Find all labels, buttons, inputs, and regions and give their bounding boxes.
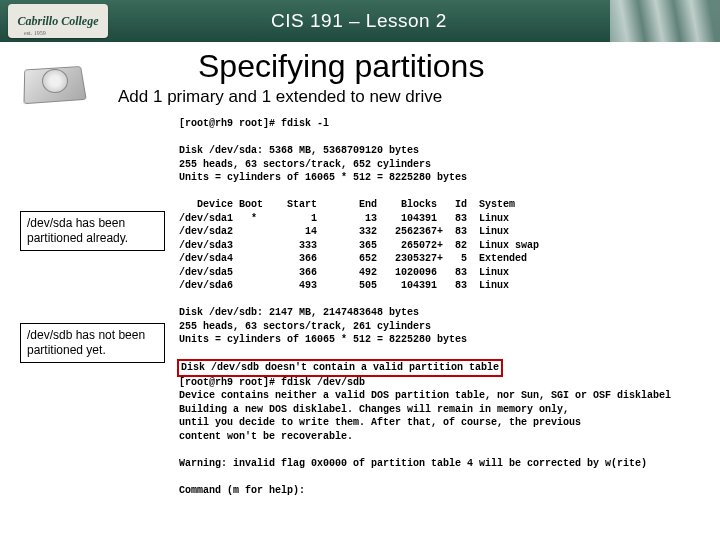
terminal-output: [root@rh9 root]# fdisk -l Disk /dev/sda:… [165, 117, 700, 497]
disk-sda-header: Disk /dev/sda: 5368 MB, 5368709120 bytes… [179, 145, 467, 183]
page-subtitle: Add 1 primary and 1 extended to new driv… [118, 87, 700, 107]
headings: Specifying partitions Add 1 primary and … [88, 48, 700, 107]
callout-sdb: /dev/sdb has not been partitioned yet. [20, 323, 165, 363]
partition-table: Device Boot Start End Blocks Id System /… [179, 199, 539, 291]
command-prompt: Command (m for help): [179, 485, 305, 496]
heading-row: Specifying partitions Add 1 primary and … [20, 48, 700, 107]
harddrive-icon [20, 58, 88, 106]
slide-banner: Cabrillo College est. 1959 CIS 191 – Les… [0, 0, 720, 42]
logo-subtext: est. 1959 [24, 30, 46, 36]
prompt-line-2: [root@rh9 root]# fdisk /dev/sdb [179, 377, 365, 388]
disk-sdb-header: Disk /dev/sdb: 2147 MB, 2147483648 bytes… [179, 307, 467, 345]
banner-photo [610, 0, 720, 42]
prompt-line: [root@rh9 root]# fdisk -l [179, 118, 329, 129]
college-logo: Cabrillo College est. 1959 [8, 4, 108, 38]
logo-text: Cabrillo College [18, 14, 99, 29]
fdisk-message: Device contains neither a valid DOS part… [179, 390, 671, 442]
callout-sda: /dev/sda has been partitioned already. [20, 211, 165, 251]
error-highlight: Disk /dev/sdb doesn't contain a valid pa… [177, 359, 503, 377]
callout-column: /dev/sda has been partitioned already. /… [20, 117, 165, 363]
page-title: Specifying partitions [198, 48, 700, 85]
lesson-title: CIS 191 – Lesson 2 [108, 10, 610, 32]
warning-line: Warning: invalid flag 0x0000 of partitio… [179, 458, 647, 469]
slide-content: Specifying partitions Add 1 primary and … [0, 48, 720, 507]
terminal-area: /dev/sda has been partitioned already. /… [20, 117, 700, 497]
